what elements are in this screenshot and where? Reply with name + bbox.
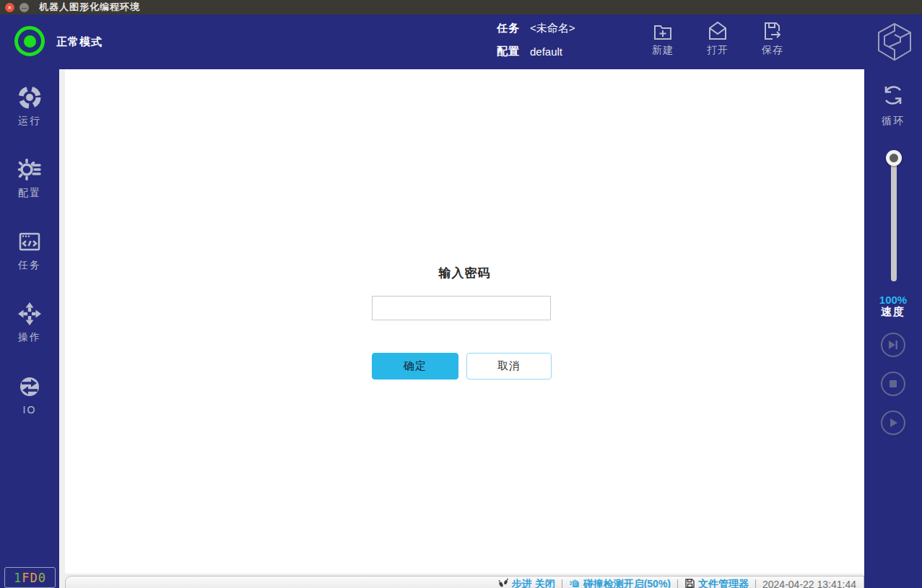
io-exchange-icon — [15, 372, 44, 401]
new-file-icon — [651, 19, 675, 43]
new-button[interactable]: 新建 — [635, 19, 690, 65]
status-separator — [562, 579, 562, 588]
sidebar-item-run[interactable]: 运行 — [0, 69, 59, 141]
speed-value: 100% — [864, 294, 922, 306]
config-gear-icon — [15, 155, 44, 184]
password-input[interactable] — [372, 296, 551, 320]
stop-button[interactable] — [881, 372, 905, 396]
toolbar: 新建 打开 — [635, 19, 800, 65]
loop-label: 循环 — [882, 115, 905, 128]
new-button-label: 新建 — [652, 44, 674, 57]
status-separator — [755, 579, 756, 588]
app-window: 机器人图形化编程环境 正常模式 任务 <未命名> 配置 default — [0, 0, 922, 588]
config-label: 配置 — [497, 45, 530, 58]
titlebar: 机器人图形化编程环境 — [0, 0, 922, 14]
sidebar-item-label: IO — [23, 404, 37, 416]
step-mode-status[interactable]: 步进 关闭 — [497, 577, 555, 588]
floppy-icon — [684, 578, 698, 588]
right-sidebar: 循环 100% 速度 — [864, 69, 922, 588]
sidebar-item-task[interactable]: 任务 — [0, 214, 59, 286]
statusbar: 步进 关闭 碰撞检测开启(50%) — [65, 576, 864, 588]
loop-button[interactable]: 循环 — [864, 81, 922, 128]
step-footprints-icon — [497, 577, 512, 588]
mode-label: 正常模式 — [56, 14, 103, 69]
stop-icon — [887, 377, 900, 390]
status-timestamp: 2024-04-22 13:41:44 — [762, 579, 856, 588]
collision-detect-label: 碰撞检测开启(50%) — [583, 578, 671, 588]
ok-button[interactable]: 确定 — [372, 353, 458, 379]
sidebar-item-config[interactable]: 配置 — [0, 141, 59, 214]
loop-cycle-icon — [879, 81, 908, 113]
sidebar-item-label: 操作 — [18, 331, 41, 344]
task-row: 任务 <未命名> — [497, 22, 575, 35]
save-button-label: 保存 — [762, 44, 783, 57]
speed-slider[interactable] — [891, 150, 897, 281]
config-row: 配置 default — [497, 45, 575, 58]
sidebar-item-label: 任务 — [18, 259, 41, 272]
play-button[interactable] — [881, 411, 905, 435]
open-file-icon — [705, 19, 730, 43]
sidebar-item-io[interactable]: IO — [0, 358, 59, 430]
task-code-icon — [15, 227, 44, 256]
open-button-label: 打开 — [707, 44, 729, 57]
save-icon — [760, 19, 785, 43]
main-content: 输入密码 确定 取消 — [65, 69, 864, 574]
play-icon — [887, 416, 900, 429]
file-manager-label: 文件管理器 — [698, 578, 749, 588]
speed-slider-thumb[interactable] — [886, 150, 902, 166]
task-value: <未命名> — [530, 22, 575, 35]
sidebar-item-label: 配置 — [18, 187, 41, 200]
speed-label: 速度 — [864, 306, 922, 317]
password-dialog-title: 输入密码 — [65, 265, 864, 281]
collision-detect-status[interactable]: 碰撞检测开启(50%) — [569, 577, 671, 588]
cancel-button[interactable]: 取消 — [466, 353, 552, 379]
step-forward-icon — [887, 338, 900, 351]
move-arrows-icon — [15, 299, 44, 328]
collision-hand-icon — [569, 577, 583, 588]
task-config-block: 任务 <未命名> 配置 default — [497, 22, 575, 68]
step-mode-label: 步进 关闭 — [512, 578, 555, 588]
sidebar-item-operate[interactable]: 操作 — [0, 286, 59, 358]
status-separator — [677, 579, 678, 588]
left-sidebar: 运行 配置 — [0, 69, 59, 588]
file-manager-link[interactable]: 文件管理器 — [684, 578, 749, 588]
speed-readout: 100% 速度 — [864, 294, 922, 317]
save-button[interactable]: 保存 — [745, 19, 800, 65]
io-code-display[interactable]: 1FD0 — [4, 567, 56, 588]
mode-indicator-icon — [14, 26, 45, 56]
app-logo-icon — [874, 20, 916, 63]
open-button[interactable]: 打开 — [690, 19, 745, 65]
step-forward-button[interactable] — [881, 333, 905, 357]
minimize-icon[interactable] — [19, 3, 29, 12]
window-title: 机器人图形化编程环境 — [39, 1, 140, 14]
task-label: 任务 — [497, 22, 530, 35]
config-value: default — [530, 45, 562, 58]
sidebar-item-label: 运行 — [18, 115, 41, 128]
close-icon[interactable] — [5, 3, 14, 12]
header: 正常模式 任务 <未命名> 配置 default 新建 — [0, 14, 922, 69]
sidebar-gutter — [59, 69, 65, 588]
run-icon — [15, 83, 44, 112]
